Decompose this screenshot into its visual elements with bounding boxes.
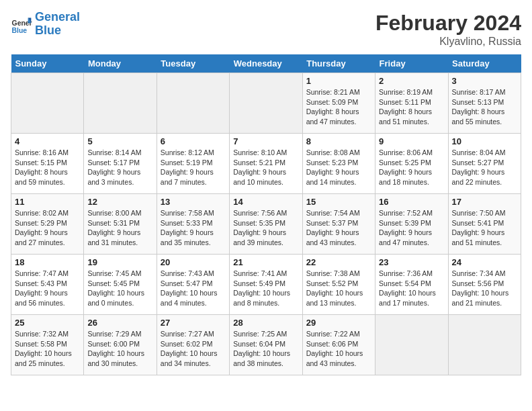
day-info: Sunrise: 7:38 AM Sunset: 5:52 PM Dayligh… [306, 269, 371, 308]
calendar-cell: 24Sunrise: 7:34 AM Sunset: 5:56 PM Dayli… [448, 255, 521, 315]
day-number: 24 [452, 257, 517, 267]
calendar-cell: 14Sunrise: 7:56 AM Sunset: 5:35 PM Dayli… [230, 194, 302, 255]
week-row-1: 4Sunrise: 8:16 AM Sunset: 5:15 PM Daylig… [11, 134, 521, 194]
logo-text: GeneralBlue [35, 11, 80, 38]
calendar-cell [375, 315, 448, 375]
logo-icon: General Blue [11, 13, 32, 35]
day-info: Sunrise: 8:16 AM Sunset: 5:15 PM Dayligh… [15, 148, 80, 187]
day-info: Sunrise: 7:22 AM Sunset: 6:06 PM Dayligh… [306, 329, 371, 369]
day-number: 4 [15, 136, 80, 146]
week-row-3: 18Sunrise: 7:47 AM Sunset: 5:43 PM Dayli… [11, 255, 521, 315]
calendar-cell [448, 315, 521, 375]
day-number: 14 [233, 197, 298, 207]
calendar-cell: 16Sunrise: 7:52 AM Sunset: 5:39 PM Dayli… [375, 194, 448, 255]
day-number: 8 [306, 136, 371, 146]
day-info: Sunrise: 7:36 AM Sunset: 5:54 PM Dayligh… [379, 269, 444, 308]
calendar-cell: 21Sunrise: 7:41 AM Sunset: 5:49 PM Dayli… [230, 255, 302, 315]
header-saturday: Saturday [448, 54, 521, 73]
logo: General Blue GeneralBlue [11, 11, 80, 38]
day-number: 7 [233, 136, 298, 146]
day-info: Sunrise: 7:50 AM Sunset: 5:41 PM Dayligh… [452, 208, 517, 248]
calendar-cell: 27Sunrise: 7:27 AM Sunset: 6:02 PM Dayli… [157, 315, 229, 375]
day-info: Sunrise: 7:32 AM Sunset: 5:58 PM Dayligh… [15, 329, 80, 369]
header-monday: Monday [84, 54, 157, 73]
location: Klyavlino, Russia [375, 36, 521, 48]
header-wednesday: Wednesday [230, 54, 302, 73]
day-number: 26 [87, 318, 152, 328]
day-info: Sunrise: 7:45 AM Sunset: 5:45 PM Dayligh… [87, 269, 152, 308]
day-number: 13 [161, 197, 226, 207]
day-info: Sunrise: 7:56 AM Sunset: 5:35 PM Dayligh… [233, 208, 298, 248]
calendar-cell: 18Sunrise: 7:47 AM Sunset: 5:43 PM Dayli… [11, 255, 84, 315]
day-info: Sunrise: 8:14 AM Sunset: 5:17 PM Dayligh… [87, 148, 152, 187]
calendar-cell: 5Sunrise: 8:14 AM Sunset: 5:17 PM Daylig… [84, 134, 157, 194]
calendar-cell: 28Sunrise: 7:25 AM Sunset: 6:04 PM Dayli… [230, 315, 302, 375]
day-number: 2 [379, 76, 444, 86]
day-number: 6 [161, 136, 226, 146]
day-info: Sunrise: 8:08 AM Sunset: 5:23 PM Dayligh… [306, 148, 371, 187]
day-number: 9 [379, 136, 444, 146]
calendar-cell: 3Sunrise: 8:17 AM Sunset: 5:13 PM Daylig… [448, 73, 521, 134]
calendar-table: SundayMondayTuesdayWednesdayThursdayFrid… [11, 54, 521, 375]
day-info: Sunrise: 8:04 AM Sunset: 5:27 PM Dayligh… [452, 148, 517, 187]
calendar-cell: 1Sunrise: 8:21 AM Sunset: 5:09 PM Daylig… [302, 73, 375, 134]
calendar-cell: 26Sunrise: 7:29 AM Sunset: 6:00 PM Dayli… [84, 315, 157, 375]
week-row-2: 11Sunrise: 8:02 AM Sunset: 5:29 PM Dayli… [11, 194, 521, 255]
header-thursday: Thursday [302, 54, 375, 73]
calendar-header-row: SundayMondayTuesdayWednesdayThursdayFrid… [11, 54, 521, 73]
week-row-4: 25Sunrise: 7:32 AM Sunset: 5:58 PM Dayli… [11, 315, 521, 375]
day-info: Sunrise: 8:02 AM Sunset: 5:29 PM Dayligh… [15, 208, 80, 248]
day-info: Sunrise: 7:43 AM Sunset: 5:47 PM Dayligh… [161, 269, 226, 308]
day-number: 18 [15, 257, 80, 267]
calendar-cell [11, 73, 84, 134]
day-number: 22 [306, 257, 371, 267]
day-info: Sunrise: 8:19 AM Sunset: 5:11 PM Dayligh… [379, 87, 444, 127]
calendar-cell [157, 73, 229, 134]
calendar-cell: 17Sunrise: 7:50 AM Sunset: 5:41 PM Dayli… [448, 194, 521, 255]
day-number: 23 [379, 257, 444, 267]
calendar-cell [230, 73, 302, 134]
day-number: 11 [15, 197, 80, 207]
day-info: Sunrise: 8:21 AM Sunset: 5:09 PM Dayligh… [306, 87, 371, 127]
calendar-cell: 20Sunrise: 7:43 AM Sunset: 5:47 PM Dayli… [157, 255, 229, 315]
day-number: 17 [452, 197, 517, 207]
header-tuesday: Tuesday [157, 54, 229, 73]
header-friday: Friday [375, 54, 448, 73]
day-number: 19 [87, 257, 152, 267]
calendar-cell: 4Sunrise: 8:16 AM Sunset: 5:15 PM Daylig… [11, 134, 84, 194]
svg-text:Blue: Blue [12, 27, 28, 34]
calendar-cell: 10Sunrise: 8:04 AM Sunset: 5:27 PM Dayli… [448, 134, 521, 194]
week-row-0: 1Sunrise: 8:21 AM Sunset: 5:09 PM Daylig… [11, 73, 521, 134]
day-info: Sunrise: 8:12 AM Sunset: 5:19 PM Dayligh… [161, 148, 226, 187]
day-number: 15 [306, 197, 371, 207]
page-header: General Blue GeneralBlue February 2024 K… [11, 11, 521, 48]
day-info: Sunrise: 7:54 AM Sunset: 5:37 PM Dayligh… [306, 208, 371, 248]
calendar-cell: 12Sunrise: 8:00 AM Sunset: 5:31 PM Dayli… [84, 194, 157, 255]
calendar-cell: 19Sunrise: 7:45 AM Sunset: 5:45 PM Dayli… [84, 255, 157, 315]
day-number: 5 [87, 136, 152, 146]
calendar-cell: 6Sunrise: 8:12 AM Sunset: 5:19 PM Daylig… [157, 134, 229, 194]
day-number: 10 [452, 136, 517, 146]
day-number: 16 [379, 197, 444, 207]
day-number: 20 [161, 257, 226, 267]
calendar-cell [84, 73, 157, 134]
day-number: 1 [306, 76, 371, 86]
day-number: 21 [233, 257, 298, 267]
day-info: Sunrise: 8:06 AM Sunset: 5:25 PM Dayligh… [379, 148, 444, 187]
day-number: 27 [161, 318, 226, 328]
calendar-cell: 8Sunrise: 8:08 AM Sunset: 5:23 PM Daylig… [302, 134, 375, 194]
calendar-cell: 13Sunrise: 7:58 AM Sunset: 5:33 PM Dayli… [157, 194, 229, 255]
day-info: Sunrise: 8:00 AM Sunset: 5:31 PM Dayligh… [87, 208, 152, 248]
header-sunday: Sunday [11, 54, 84, 73]
calendar-cell: 7Sunrise: 8:10 AM Sunset: 5:21 PM Daylig… [230, 134, 302, 194]
month-year: February 2024 [375, 11, 521, 36]
calendar-cell: 15Sunrise: 7:54 AM Sunset: 5:37 PM Dayli… [302, 194, 375, 255]
day-number: 3 [452, 76, 517, 86]
day-number: 28 [233, 318, 298, 328]
day-info: Sunrise: 7:47 AM Sunset: 5:43 PM Dayligh… [15, 269, 80, 308]
calendar-cell: 29Sunrise: 7:22 AM Sunset: 6:06 PM Dayli… [302, 315, 375, 375]
calendar-cell: 11Sunrise: 8:02 AM Sunset: 5:29 PM Dayli… [11, 194, 84, 255]
day-info: Sunrise: 8:17 AM Sunset: 5:13 PM Dayligh… [452, 87, 517, 127]
day-number: 25 [15, 318, 80, 328]
day-number: 29 [306, 318, 371, 328]
